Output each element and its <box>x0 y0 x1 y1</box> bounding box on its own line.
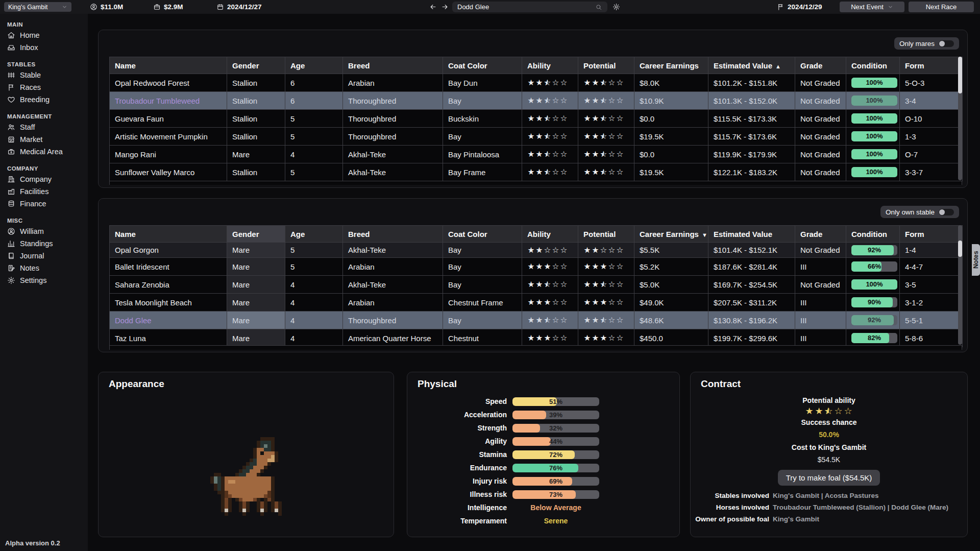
stat-value: 51% <box>512 397 599 406</box>
condition-bar: 100% <box>851 279 897 290</box>
horse-career-earnings: $48.6K <box>634 312 708 329</box>
topbar: King's Gambit $11.0M $2.9M 2024/12/27 20… <box>0 0 980 14</box>
horse-grade: Not Graded <box>795 163 846 181</box>
sidebar-item-standings[interactable]: Standings <box>0 237 88 250</box>
column-header-career-earnings[interactable]: Career Earnings <box>634 57 708 74</box>
column-header-name[interactable]: Name <box>110 57 227 74</box>
column-header-age[interactable]: Age <box>285 226 343 243</box>
search-input[interactable] <box>457 3 595 11</box>
horse-career-earnings: $5.0K <box>634 276 708 294</box>
column-header-gender[interactable]: Gender <box>227 226 285 243</box>
horse-estimated-value: $101.2K - $151.8K <box>708 74 795 92</box>
column-header-breed[interactable]: Breed <box>343 57 443 74</box>
horse-age: 6 <box>285 92 343 110</box>
sidebar-item-notes[interactable]: Notes <box>0 262 88 274</box>
scrollbar[interactable] <box>958 57 962 180</box>
column-header-condition[interactable]: Condition <box>846 226 900 243</box>
column-header-ability[interactable]: Ability <box>522 226 578 243</box>
horse-row[interactable]: Sahara ZenobiaMare4Akhal-TekeBay★★☆★☆☆★★… <box>110 276 963 294</box>
column-header-gender[interactable]: Gender <box>227 57 285 74</box>
horse-row[interactable]: Sunflower Valley MarcoStallion5Akhal-Tek… <box>110 163 963 181</box>
column-header-potential[interactable]: Potential <box>578 226 634 243</box>
gear-icon[interactable] <box>612 0 620 14</box>
column-header-estimated-value[interactable]: Estimated Value <box>708 226 795 243</box>
column-header-breed[interactable]: Breed <box>343 226 443 243</box>
toggle-knob <box>939 41 945 46</box>
sidebar-item-label: Facilities <box>20 187 48 196</box>
condition-bar: 100% <box>851 95 897 106</box>
sidebar-item-settings[interactable]: Settings <box>0 274 88 286</box>
sidebar-item-company[interactable]: Company <box>0 173 88 185</box>
column-header-name[interactable]: Name <box>110 226 227 243</box>
horse-grade: III <box>795 294 846 312</box>
sidebar-item-stable[interactable]: Stable <box>0 69 88 81</box>
only-mares-toggle[interactable]: Only mares <box>894 37 959 50</box>
scrollbar-thumb[interactable] <box>958 241 962 257</box>
horse-row[interactable]: Mango RaniMare4Akhal-TekeBay Pintaloosa★… <box>110 146 963 163</box>
sidebar-item-breeding[interactable]: Breeding <box>0 93 88 106</box>
sidebar-item-facilities[interactable]: Facilities <box>0 185 88 198</box>
horse-row[interactable]: Taz LunaMare4American Quarter HorseChest… <box>110 329 963 347</box>
back-arrow[interactable] <box>429 0 437 14</box>
column-header-age[interactable]: Age <box>285 57 343 74</box>
horse-career-earnings: $19.5K <box>634 128 708 146</box>
horse-row[interactable]: Ballet IridescentMare5ArabianBay★★★☆☆★★★… <box>110 258 963 276</box>
search-box[interactable] <box>452 2 607 12</box>
stat-label: Stamina <box>407 450 512 459</box>
column-header-coat-color[interactable]: Coat Color <box>443 226 522 243</box>
sidebar-item-staff[interactable]: Staff <box>0 121 88 133</box>
scrollbar-thumb[interactable] <box>958 57 962 93</box>
horse-row[interactable]: Tesla Moonlight BeachMare4ArabianChestnu… <box>110 294 963 312</box>
column-header-form[interactable]: Form <box>900 226 963 243</box>
column-header-form[interactable]: Form <box>900 57 963 74</box>
column-header-potential[interactable]: Potential <box>578 57 634 74</box>
forward-arrow[interactable] <box>441 0 449 14</box>
star-rating: ★★☆★☆☆ <box>527 132 568 140</box>
sidebar-item-inbox[interactable]: Inbox <box>0 41 88 54</box>
horse-row[interactable]: Artistic Movement PumpkinStallion5Thorou… <box>110 128 963 146</box>
staff-icon <box>7 123 15 131</box>
column-header-grade[interactable]: Grade <box>795 57 846 74</box>
sidebar-item-races[interactable]: Races <box>0 81 88 93</box>
sidebar-item-market[interactable]: Market <box>0 133 88 146</box>
toggle-switch[interactable] <box>939 40 954 47</box>
horse-form: 1-4 <box>900 243 963 258</box>
horse-row[interactable]: Guevara FaunStallion5ThoroughbredBuckski… <box>110 110 963 128</box>
stables-involved-label: Stables involved <box>691 492 769 499</box>
horse-ability: ★★☆★☆☆ <box>522 74 578 92</box>
condition-bar: 100% <box>851 113 897 124</box>
sidebar-item-medical-area[interactable]: Medical Area <box>0 146 88 158</box>
horse-grade: III <box>795 329 846 347</box>
column-header-ability[interactable]: Ability <box>522 57 578 74</box>
sidebar-item-finance[interactable]: Finance <box>0 198 88 210</box>
horse-coat-color: Buckskin <box>443 110 522 128</box>
sidebar-item-home[interactable]: Home <box>0 29 88 41</box>
next-event-button[interactable]: Next Event <box>840 2 904 12</box>
scrollbar[interactable] <box>958 225 962 345</box>
column-header-estimated-value[interactable]: Estimated Value▲ <box>708 57 795 74</box>
sidebar-item-label: Home <box>20 31 40 39</box>
sidebar-item-label: William <box>20 227 44 235</box>
sidebar-item-journal[interactable]: Journal <box>0 250 88 262</box>
horse-row[interactable]: Troubadour TumbleweedStallion6Thoroughbr… <box>110 92 963 110</box>
horse-row[interactable]: Opal Redwood ForestStallion6ArabianBay D… <box>110 74 963 92</box>
cost-label: Cost to King's Gambit <box>792 443 866 451</box>
stat-row-speed: Speed51% <box>407 395 679 408</box>
sidebar-item-label: Settings <box>20 276 46 284</box>
foal-owner-value: King's Gambit <box>773 515 960 523</box>
column-header-condition[interactable]: Condition <box>846 57 900 74</box>
make-foal-button[interactable]: Try to make foal ($54.5K) <box>778 470 880 486</box>
horse-row[interactable]: Dodd GleeMare4ThoroughbredBay★★☆★☆☆★★☆★☆… <box>110 312 963 329</box>
horse-row[interactable]: Opal GorgonMare5Akhal-TekeBay★★☆☆☆★★☆☆☆$… <box>110 243 963 258</box>
sidebar-item-william[interactable]: William <box>0 225 88 237</box>
column-header-grade[interactable]: Grade <box>795 226 846 243</box>
only-own-stable-toggle[interactable]: Only own stable <box>880 206 959 218</box>
stable-select[interactable]: King's Gambit <box>4 2 71 12</box>
toggle-switch[interactable] <box>939 209 954 215</box>
column-header-career-earnings[interactable]: Career Earnings▼ <box>634 226 708 243</box>
notes-side-tab[interactable]: Notes <box>972 244 980 276</box>
column-header-coat-color[interactable]: Coat Color <box>443 57 522 74</box>
next-race-button[interactable]: Next Race <box>909 2 974 12</box>
condition-bar: 100% <box>851 149 897 159</box>
horse-gender: Mare <box>227 312 285 329</box>
